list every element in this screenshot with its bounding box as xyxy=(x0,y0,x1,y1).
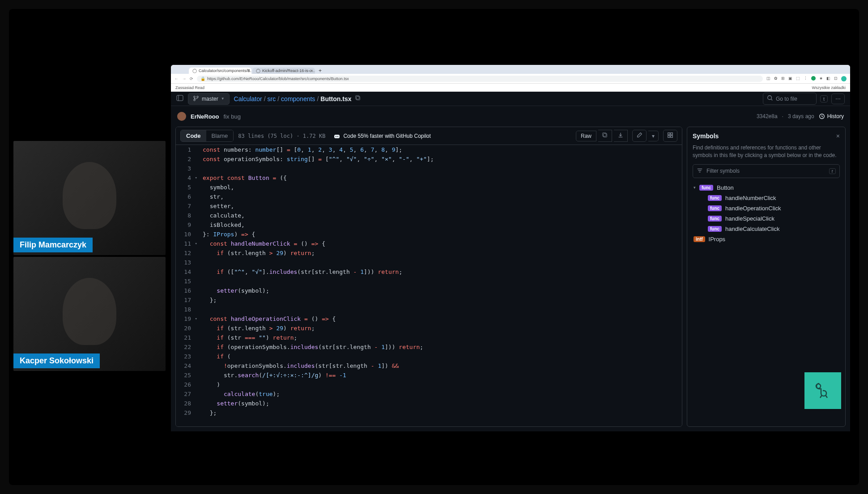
line-number[interactable]: 6 xyxy=(176,192,198,201)
code-line[interactable]: 12 if (str.length > 29) return; xyxy=(176,248,682,258)
code-line[interactable]: 5 symbol, xyxy=(176,183,682,192)
browser-tab-active[interactable]: ◯ Calculator/src/components/B… × xyxy=(189,68,251,74)
line-number[interactable]: 13 xyxy=(176,258,198,267)
code-line[interactable]: 10}: IProps) => { xyxy=(176,230,682,239)
code-line[interactable]: 18 xyxy=(176,305,682,314)
forward-icon[interactable]: → xyxy=(182,77,186,81)
code-line[interactable]: 15 xyxy=(176,277,682,286)
bookmark-item[interactable]: Zassasiad Read xyxy=(175,85,204,90)
code-line[interactable]: 26 ) xyxy=(176,380,682,389)
edit-dropdown-icon[interactable]: ▾ xyxy=(648,131,659,141)
ext-icon[interactable]: ⬚ xyxy=(796,76,800,81)
breadcrumb-dir[interactable]: components xyxy=(281,95,315,102)
breadcrumb-dir[interactable]: src xyxy=(268,95,276,102)
code-line[interactable]: 21 if (str === "") return; xyxy=(176,333,682,342)
line-number[interactable]: 3 xyxy=(176,164,198,173)
line-number[interactable]: 12 xyxy=(176,248,198,258)
code-line[interactable]: 22 if (operationSymbols.includes(str[str… xyxy=(176,342,682,352)
line-number[interactable]: 1 xyxy=(176,145,198,154)
code-line[interactable]: 8 calculate, xyxy=(176,211,682,220)
ext-icon[interactable]: ⊡ xyxy=(834,76,838,81)
ext-icon[interactable]: ✿ xyxy=(774,76,778,81)
history-link[interactable]: History xyxy=(819,113,844,119)
copilot-banner[interactable]: Code 55% faster with GitHub Copilot xyxy=(333,132,430,140)
tab-blame[interactable]: Blame xyxy=(206,130,234,141)
line-number[interactable]: 18 xyxy=(176,305,198,314)
line-number[interactable]: 27 xyxy=(176,389,198,399)
commit-sha[interactable]: 3342e8a xyxy=(757,113,778,119)
raw-button[interactable]: Raw xyxy=(576,131,596,141)
line-number[interactable]: 19▾ xyxy=(176,314,198,324)
ext-icon[interactable]: ◧ xyxy=(826,76,830,81)
code-line[interactable]: 1const numbers: number[] = [0, 1, 2, 3, … xyxy=(176,145,682,154)
ext-icon[interactable]: ⋮ xyxy=(804,76,808,81)
symbol-item[interactable]: ▾funcButton xyxy=(693,183,840,193)
line-number[interactable]: 21 xyxy=(176,333,198,342)
ext-icon[interactable]: ▣ xyxy=(788,76,792,81)
chevron-down-icon[interactable]: ▾ xyxy=(694,185,696,190)
symbols-filter-input[interactable]: Filter symbols r xyxy=(693,164,840,178)
commit-author[interactable]: ErNeRooo xyxy=(191,113,219,120)
more-actions-button[interactable]: ⋯ xyxy=(831,94,845,104)
code-line[interactable]: 27 calculate(true); xyxy=(176,389,682,399)
line-number[interactable]: 8 xyxy=(176,211,198,220)
line-number[interactable]: 16 xyxy=(176,286,198,295)
edit-icon[interactable] xyxy=(632,130,647,142)
code-line[interactable]: 4▾export const Button = ({ xyxy=(176,173,682,183)
back-icon[interactable]: ← xyxy=(174,77,179,81)
close-tab-icon[interactable]: × xyxy=(311,68,313,73)
code-line[interactable]: 28 setter(symbol); xyxy=(176,399,682,408)
copy-raw-icon[interactable] xyxy=(598,130,612,142)
symbol-item[interactable]: funchandleOperationClick xyxy=(693,203,840,213)
ext-icon[interactable]: ⊞ xyxy=(781,76,785,81)
commit-message[interactable]: fix bug xyxy=(224,113,241,120)
code-line[interactable]: 14 if (["^", "√"].includes(str[str.lengt… xyxy=(176,267,682,277)
branch-selector[interactable]: master ▼ xyxy=(188,93,230,105)
line-number[interactable]: 15 xyxy=(176,277,198,286)
line-number[interactable]: 26 xyxy=(176,380,198,389)
breadcrumb-repo[interactable]: Calculator xyxy=(234,95,262,102)
code-line[interactable]: 19▾ const handleOperationClick = () => { xyxy=(176,314,682,324)
ext-icon[interactable]: ◫ xyxy=(766,76,770,81)
line-number[interactable]: 7 xyxy=(176,201,198,211)
line-number[interactable]: 17 xyxy=(176,295,198,305)
symbol-item[interactable]: funchandleSpecialClick xyxy=(693,213,840,224)
new-tab-button[interactable]: + xyxy=(316,68,324,74)
tab-code[interactable]: Code xyxy=(181,130,206,141)
line-number[interactable]: 14 xyxy=(176,267,198,277)
code-line[interactable]: 2const operationSymbols: string[] = ["^"… xyxy=(176,154,682,164)
code-line[interactable]: 20 if (str.length > 29) return; xyxy=(176,324,682,333)
profile-dot[interactable] xyxy=(811,76,816,81)
line-number[interactable]: 9 xyxy=(176,220,198,230)
line-number[interactable]: 23 xyxy=(176,352,198,361)
code-line[interactable]: 24 !operationSymbols.includes(str[str.le… xyxy=(176,361,682,370)
url-input[interactable]: 🔒 https://github.com/ErNeRooo/Calculator… xyxy=(197,76,763,82)
line-number[interactable]: 10 xyxy=(176,230,198,239)
code-line[interactable]: 17 }; xyxy=(176,295,682,305)
profile-avatar-icon[interactable] xyxy=(841,76,847,81)
line-number[interactable]: 20 xyxy=(176,324,198,333)
code-line[interactable]: 3 xyxy=(176,164,682,173)
symbol-item[interactable]: funchandleCalculateClick xyxy=(693,224,840,234)
close-icon[interactable]: × xyxy=(836,132,840,140)
code-line[interactable]: 9 isBlocked, xyxy=(176,220,682,230)
reload-icon[interactable]: ⟳ xyxy=(190,77,193,81)
bookmark-overflow[interactable]: Wszystkie zakładki xyxy=(812,85,846,90)
copy-path-icon[interactable] xyxy=(355,95,361,102)
line-number[interactable]: 24 xyxy=(176,361,198,370)
file-tree-toggle-icon[interactable] xyxy=(176,94,183,103)
code-line[interactable]: 11▾ const handleNumberClick = () => { xyxy=(176,239,682,248)
goto-file-input[interactable]: Go to file xyxy=(763,93,817,105)
ext-icon[interactable]: ★ xyxy=(819,76,823,81)
fold-icon[interactable]: ▾ xyxy=(195,239,197,248)
code-line[interactable]: 25 str.search(/[+:√:÷:×:-:^]/g) !== -1 xyxy=(176,370,682,380)
line-number[interactable]: 28 xyxy=(176,399,198,408)
code-line[interactable]: 6 str, xyxy=(176,192,682,201)
line-number[interactable]: 29 xyxy=(176,408,198,417)
symbol-item[interactable]: funchandleNumberClick xyxy=(693,193,840,203)
code-line[interactable]: 16 setter(symbol); xyxy=(176,286,682,295)
line-number[interactable]: 5 xyxy=(176,183,198,192)
symbol-item[interactable]: intfIProps xyxy=(693,234,840,244)
download-icon[interactable] xyxy=(614,130,628,142)
code-line[interactable]: 13 xyxy=(176,258,682,267)
